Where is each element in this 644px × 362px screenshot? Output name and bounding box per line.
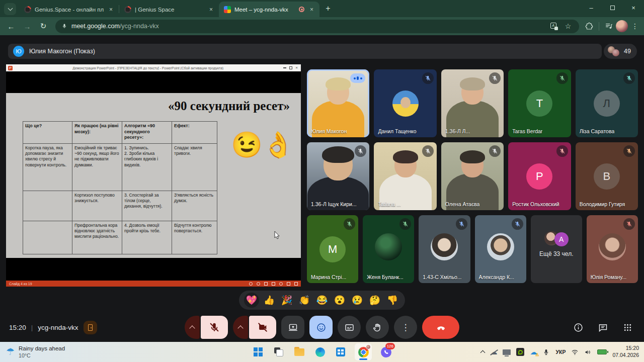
file-explorer-button[interactable] (293, 345, 306, 358)
camera-off-button[interactable] (249, 316, 276, 339)
tray-clock[interactable]: 15:20 07.04.2026 (612, 345, 640, 358)
chat-button[interactable] (598, 322, 608, 333)
address-bar[interactable]: meet.google.com/ycg-nnda-vkx ☆ (55, 20, 579, 33)
tab-close-icon[interactable]: × (107, 6, 115, 13)
table-cell: Відчуття контролю повертається. (172, 221, 217, 254)
participant-tile-yulia[interactable]: Юлия Макогон (307, 69, 369, 137)
table-cell: Емоційний пік триває ~90 секунд, якщо йо… (72, 144, 122, 191)
door-icon (84, 321, 97, 334)
reaction-thumbs-up[interactable]: 👍 (262, 293, 277, 308)
participant-tile-taras[interactable]: T Taras Berdar (508, 69, 571, 137)
ppt-minimize-icon[interactable] (283, 67, 286, 68)
hand-icon (372, 322, 383, 333)
participant-tile-olena[interactable]: Олена Атаєва (441, 142, 504, 210)
participant-tile-khmilyo[interactable]: 1.43-С Хмільо... (419, 215, 470, 283)
mic-off-icon (209, 322, 220, 333)
window-minimize-button[interactable]: – (581, 0, 602, 15)
umbrella-icon: ☂ (6, 347, 15, 356)
participant-tile-yuliya-r[interactable]: Юлія Роману... (587, 215, 638, 283)
participant-tile-tatiana[interactable]: Tatiana ... (374, 142, 436, 210)
mic-off-button[interactable] (201, 316, 228, 339)
reaction-thumbs-down[interactable]: 👎 (385, 293, 400, 308)
tab-close-icon[interactable]: × (207, 6, 215, 13)
participants-count-pill[interactable]: 49 (604, 44, 637, 59)
slideshow-toolbar-icons[interactable] (249, 282, 298, 286)
media-controls-icon[interactable] (604, 21, 614, 31)
participant-tile-liza[interactable]: Л Ліза Саратова (576, 69, 638, 137)
reactions-button[interactable] (309, 316, 333, 339)
chrome-profile-mini-avatar (366, 344, 371, 349)
captions-button[interactable] (338, 316, 361, 339)
weather-widget[interactable]: ☂ Rainy days ahead 10°C (0, 345, 65, 358)
viber-button[interactable]: 126 (379, 345, 392, 358)
participant-tile-alexandr[interactable]: Александр К... (475, 215, 526, 283)
onedrive-paused-icon[interactable]: ☁ (490, 348, 497, 355)
genius-favicon (124, 6, 131, 13)
participant-tile-zhenya[interactable]: Женя Буланк... (363, 215, 414, 283)
reload-button[interactable]: ↻ (36, 19, 50, 33)
end-call-button[interactable] (422, 316, 459, 339)
table-cell: Префронтальна кора відновлює здатність м… (72, 221, 122, 254)
browser-profile-avatar[interactable] (616, 20, 628, 32)
shared-screen-window: P Демонстрация PowerPoint - [ПРЕЗЕНТАЦІЯ… (6, 64, 301, 287)
task-view-icon (274, 347, 283, 356)
meeting-details-button[interactable] (573, 322, 584, 333)
bookmark-star-icon[interactable]: ☆ (563, 21, 573, 31)
tab-meet-active[interactable]: Meet – ycg-nnda-vkx × (219, 2, 319, 17)
battery-icon[interactable] (597, 349, 607, 354)
ppt-maximize-icon[interactable] (289, 66, 292, 69)
wifi-icon[interactable] (571, 348, 579, 356)
tab-title: | Genius Space (135, 7, 204, 13)
chrome-button-active[interactable] (355, 343, 372, 360)
reaction-laugh[interactable]: 😂 (314, 293, 330, 308)
start-button[interactable] (252, 345, 265, 358)
participant-tile-ishchuk[interactable]: 1.36-Л Іщук Кири... (307, 142, 369, 210)
camera-options-button[interactable] (233, 316, 248, 339)
nvidia-icon[interactable] (516, 348, 524, 356)
translate-icon[interactable] (549, 21, 559, 31)
forward-button[interactable]: → (20, 19, 34, 33)
edge-button[interactable] (313, 345, 327, 358)
new-tab-button[interactable]: + (321, 2, 335, 15)
more-options-button[interactable]: ⋮ (394, 316, 417, 339)
participant-name: 1.43-С Хмільо... (423, 274, 461, 280)
tab-genius-space-2[interactable]: | Genius Space × (119, 2, 219, 17)
participant-tile-136l[interactable]: 1.36-Л Л... (441, 69, 504, 137)
raise-hand-button[interactable] (366, 316, 389, 339)
overflow-participants-tile[interactable]: A Ещё 33 чел. (531, 215, 582, 283)
site-info-icon[interactable] (61, 23, 67, 29)
store-button[interactable] (334, 345, 347, 358)
mic-options-button[interactable] (185, 316, 200, 339)
window-maximize-button[interactable] (602, 0, 623, 15)
display-icon[interactable] (503, 349, 511, 355)
reaction-surprised[interactable]: 😮 (332, 293, 347, 308)
tab-search-button[interactable] (4, 3, 16, 15)
activities-button[interactable] (622, 322, 633, 333)
reaction-heart[interactable]: 💖 (244, 293, 259, 308)
mic-off-icon (623, 218, 635, 230)
microphone-tray-icon[interactable] (542, 348, 550, 356)
participant-tile-rostik[interactable]: Р Ростик Ольховский (508, 142, 571, 210)
participant-tile-danil[interactable]: Данил Тащенко (374, 69, 436, 137)
back-button[interactable]: ← (4, 19, 18, 33)
reaction-party[interactable]: 🎉 (279, 293, 294, 308)
tab-genius-space-1[interactable]: Genius.Space - онлайн платфо × (19, 2, 119, 17)
cloud-warning-icon[interactable]: ☁⚠ (530, 348, 537, 355)
task-view-button[interactable] (272, 345, 285, 358)
window-close-button[interactable]: × (623, 0, 644, 15)
reaction-thinking[interactable]: 🤔 (367, 293, 382, 308)
language-indicator[interactable]: УКР (555, 349, 566, 355)
participant-name: 1.36-Л Іщук Кири... (311, 201, 357, 207)
reaction-clap[interactable]: 👏 (297, 293, 312, 308)
volume-icon[interactable] (584, 348, 592, 356)
participant-tile-marina[interactable]: М Марина Стрі... (307, 215, 358, 283)
chevron-up-icon (237, 325, 243, 331)
browser-menu-icon[interactable]: ⋮ (630, 21, 640, 31)
present-button[interactable] (281, 316, 304, 339)
extensions-icon[interactable] (584, 21, 594, 31)
participant-tile-volodymyr[interactable]: В Володимир Гутиря (576, 142, 638, 210)
hidden-icons-chevron[interactable] (480, 350, 486, 355)
ppt-close-icon[interactable]: × (295, 66, 298, 70)
tab-close-icon[interactable]: × (308, 6, 315, 13)
reaction-cry[interactable]: 😢 (350, 293, 365, 308)
